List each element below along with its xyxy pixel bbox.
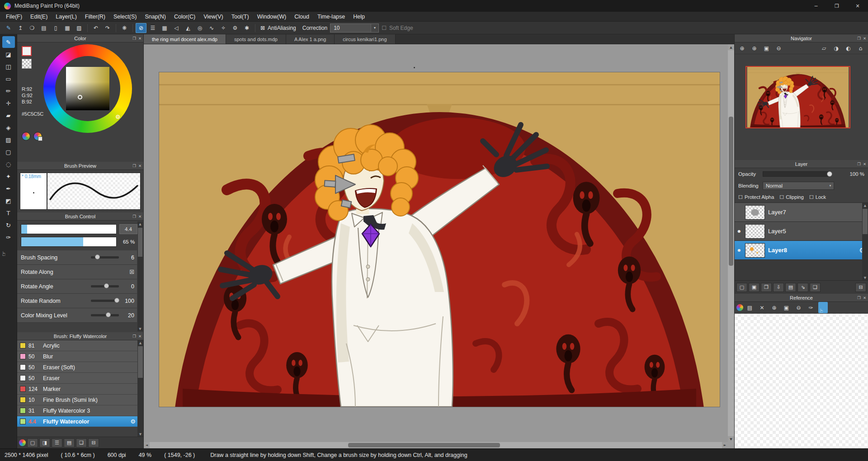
scroll-down-icon[interactable]: ▼ (137, 326, 143, 331)
clipping-checkbox[interactable]: ☐ Clipping (779, 194, 804, 200)
brush-item[interactable]: 50 Eraser (Soft) (17, 362, 137, 373)
menu-file[interactable]: File(F) (2, 12, 26, 22)
tool-eraser[interactable]: ◪ (2, 48, 15, 60)
comment-icon[interactable]: ▤ (38, 23, 49, 33)
scroll-up-icon[interactable]: ▲ (728, 44, 734, 50)
close-icon[interactable]: ✕ (138, 164, 142, 168)
popout-icon[interactable]: ❐ (857, 36, 861, 41)
redo-icon[interactable]: ↷ (102, 23, 113, 33)
eyedropper-icon[interactable]: ✑ (805, 303, 816, 312)
merge-layer-icon[interactable]: ⇘ (797, 283, 808, 292)
blending-dropdown[interactable]: Normal ▾ (763, 182, 834, 190)
document-tab-active[interactable]: the ring murl docent alex.mdp (144, 34, 226, 44)
menu-edit[interactable]: Edit(E) (26, 12, 52, 22)
menu-snap[interactable]: Snap(N) (141, 12, 170, 22)
tool-text[interactable]: T (2, 207, 15, 219)
color-wheel-icon[interactable] (736, 304, 743, 311)
menu-tool[interactable]: Tool(T) (227, 12, 253, 22)
tool-move[interactable]: ✛ (2, 97, 15, 109)
tool-shape[interactable]: ▭ (2, 73, 15, 85)
brush-item[interactable]: 10 Fine Brush (Sumi Ink) (17, 395, 137, 405)
delete-layer-icon[interactable]: ⊟ (855, 283, 866, 292)
rotate-along-checkbox[interactable]: ☒ (129, 269, 134, 275)
tool-select-pen[interactable]: ✒ (2, 183, 15, 194)
brush-opacity-slider[interactable] (21, 237, 117, 247)
zoom-step-icon[interactable]: ⊕ (749, 43, 760, 53)
scroll-up-icon[interactable]: ▲ (137, 221, 143, 226)
brush-settings-icon[interactable]: ☰ (52, 438, 62, 447)
brush-item[interactable]: 50 Blur (17, 351, 137, 362)
duplicate-brush-icon[interactable]: ◨ (39, 438, 50, 447)
brush-size-slider[interactable] (21, 224, 117, 234)
correction-dropdown[interactable]: 10 ▾ (330, 24, 379, 33)
document-tab[interactable]: A Alex 1 a.png (286, 34, 335, 44)
snap-off-icon[interactable]: ⊘ (136, 23, 146, 33)
antialiasing-toggle[interactable]: ⊠ AntiAliasing (260, 25, 299, 31)
layer-row[interactable]: ● Layer5 (735, 222, 868, 241)
foreground-color-swatch[interactable] (22, 46, 32, 56)
saturation-value-box[interactable] (66, 67, 109, 110)
soft-edge-toggle[interactable]: ☐ Soft Edge (382, 25, 415, 31)
duplicate-layer-icon[interactable]: ❐ (761, 283, 772, 292)
palette-icon[interactable] (22, 132, 30, 141)
brush-control-scrollbar[interactable]: ▲ ▼ (137, 221, 143, 331)
color-mixing-slider[interactable] (91, 314, 119, 316)
popout-icon[interactable]: ❐ (132, 214, 136, 219)
layer-folder-icon[interactable]: ▤ (785, 283, 796, 292)
popout-icon[interactable]: ❐ (132, 334, 136, 339)
new-folder-icon[interactable]: ▣ (749, 283, 760, 292)
tool-select-eraser[interactable]: ◩ (2, 195, 15, 207)
rotate-left-icon[interactable]: ◐ (843, 43, 854, 53)
fit-screen-icon[interactable]: ▣ (761, 43, 772, 53)
tool-brush[interactable]: ✎ (2, 36, 15, 48)
scroll-left-icon[interactable]: ◄ (144, 442, 150, 448)
tool-magic-wand[interactable]: ✦ (2, 170, 15, 182)
snap-more-icon[interactable]: ✱ (241, 23, 252, 33)
copy-layer-icon[interactable]: ❏ (810, 283, 821, 292)
snap-cross-icon[interactable]: ◭ (183, 23, 193, 33)
transfer-layer-icon[interactable]: ⇩ (773, 283, 784, 292)
scroll-down-icon[interactable]: ▼ (862, 275, 868, 280)
tool-shape-fill[interactable]: ▰ (2, 109, 15, 121)
canvas-vertical-scrollbar[interactable]: ▲ ▼ (728, 44, 734, 442)
menu-timelapse[interactable]: Time-lapse (313, 12, 349, 22)
close-icon[interactable]: ✕ (863, 296, 866, 300)
brush-settings-gear-icon[interactable]: ⚙ (130, 418, 136, 425)
tool-bucket[interactable]: ◈ (2, 122, 15, 133)
zoom-in-icon[interactable]: ⊕ (736, 43, 748, 53)
zoom-out-icon[interactable]: ⊖ (773, 43, 784, 53)
menu-color[interactable]: Color(C) (170, 12, 199, 22)
canvas-viewport[interactable] (144, 44, 728, 442)
tool-bucket-eraser[interactable]: ◫ (2, 61, 15, 72)
brush-item[interactable]: 81 Acrylic (17, 340, 137, 351)
brush-item[interactable]: 124 Marker (17, 384, 137, 395)
tool-eyedropper[interactable]: ✑ (2, 231, 15, 243)
clear-reference-icon[interactable]: ✕ (756, 303, 768, 312)
brush-item[interactable]: 50 Eraser (17, 373, 137, 384)
close-icon[interactable]: ✕ (138, 334, 142, 339)
snap-guide-icon[interactable]: ✧ (218, 23, 229, 33)
menu-help[interactable]: Help (349, 12, 369, 22)
popout-icon[interactable]: ❐ (132, 36, 136, 41)
snap-curve-icon[interactable]: ∿ (206, 23, 217, 33)
scroll-down-icon[interactable]: ▼ (728, 436, 734, 442)
close-button[interactable]: ✕ (847, 0, 868, 12)
tool-pen[interactable]: ✏ (2, 85, 15, 97)
menu-cloud[interactable]: Cloud (290, 12, 313, 22)
frame-select-icon[interactable]: ▱ (818, 43, 830, 53)
rotate-random-slider[interactable] (91, 300, 119, 302)
copy-brush-icon[interactable]: ❏ (76, 438, 87, 447)
protect-alpha-checkbox[interactable]: ☐ Protect Alpha (738, 194, 774, 200)
grid-small-icon[interactable]: ▦ (62, 23, 73, 33)
menu-select[interactable]: Select(S) (109, 12, 141, 22)
menu-view[interactable]: View(V) (199, 12, 227, 22)
document-icon[interactable]: ▯ (50, 23, 61, 33)
open-reference-icon[interactable]: ▤ (744, 303, 755, 312)
snap-radial-icon[interactable]: ◎ (194, 23, 205, 33)
menu-layer[interactable]: Layer(L) (52, 12, 81, 22)
canvas-horizontal-scrollbar[interactable]: ◄ ► (144, 442, 728, 448)
delete-brush-icon[interactable]: ⊟ (88, 438, 99, 447)
snap-settings-icon[interactable]: ⚙ (230, 23, 241, 33)
opacity-knob[interactable] (827, 171, 832, 177)
spray-icon[interactable]: ❋ (119, 23, 130, 33)
